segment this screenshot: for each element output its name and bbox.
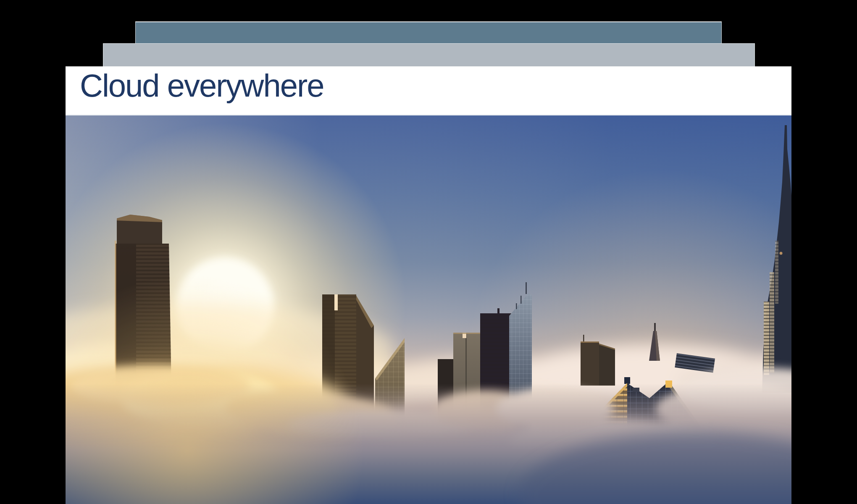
cityscape-illustration [66, 115, 791, 504]
stacked-slide-bar-middle [103, 43, 755, 67]
photo-top-edge-line [66, 115, 791, 116]
cityscape-photo [66, 115, 791, 504]
slide-title: Cloud everywhere [80, 67, 324, 104]
stacked-slide-bar-back [135, 21, 722, 45]
slide: Cloud everywhere [66, 66, 791, 504]
slide-canvas: Cloud everywhere [0, 0, 857, 504]
